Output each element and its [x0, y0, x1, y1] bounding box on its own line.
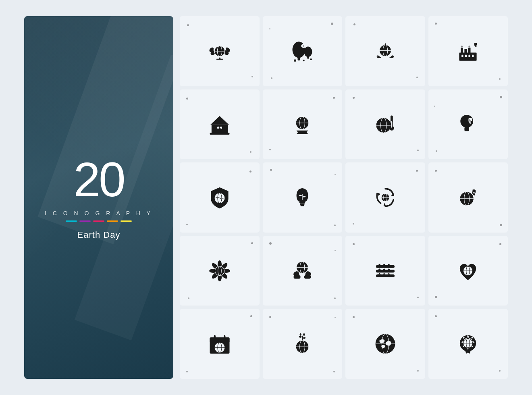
svg-marker-59 — [378, 193, 380, 195]
svg-rect-95 — [214, 335, 215, 339]
svg-point-12 — [304, 46, 312, 57]
svg-point-106 — [300, 333, 301, 336]
color-bar-5 — [121, 220, 132, 222]
svg-rect-87 — [376, 270, 395, 272]
earth-wreath-icon[interactable] — [180, 16, 260, 86]
svg-marker-58 — [383, 203, 386, 206]
heart-earth-icon[interactable] — [428, 236, 508, 306]
tree-nature-icon[interactable] — [263, 16, 343, 86]
svg-rect-29 — [469, 54, 470, 57]
svg-rect-25 — [465, 49, 467, 54]
hands-earth-icon[interactable] — [263, 236, 343, 306]
svg-point-32 — [469, 46, 470, 47]
hand-fire-icon[interactable] — [345, 16, 425, 86]
color-bar-1 — [66, 220, 77, 222]
svg-point-48 — [461, 115, 474, 128]
color-bar-2 — [79, 220, 91, 222]
eco-house-icon[interactable] — [180, 89, 260, 160]
icon-grid — [180, 16, 508, 379]
svg-point-31 — [461, 46, 463, 47]
svg-rect-11 — [298, 56, 300, 60]
svg-rect-13 — [307, 56, 309, 58]
plant-globe-icon[interactable] — [263, 309, 343, 379]
left-panel: 20 I C O N O G R A P H Y Earth Day — [24, 16, 173, 379]
mind-leaf-icon[interactable] — [428, 89, 508, 160]
svg-rect-27 — [461, 54, 463, 57]
svg-point-112 — [384, 350, 387, 353]
svg-rect-26 — [468, 48, 471, 53]
category-label: I C O N O G R A P H Y — [45, 210, 153, 216]
svg-point-107 — [303, 333, 305, 336]
svg-rect-88 — [376, 274, 395, 277]
set-title: Earth Day — [45, 230, 153, 240]
earth-temperature-icon[interactable] — [345, 89, 425, 160]
svg-rect-96 — [224, 335, 225, 339]
svg-rect-94 — [210, 337, 229, 343]
bulb-plant-icon[interactable] — [263, 162, 343, 233]
svg-rect-86 — [376, 265, 395, 268]
svg-rect-30 — [472, 54, 474, 57]
svg-rect-9 — [216, 59, 223, 60]
globe-leaf-icon[interactable] — [428, 162, 508, 233]
svg-rect-54 — [299, 202, 305, 203]
svg-rect-28 — [465, 54, 467, 57]
recycle-earth-icon[interactable] — [345, 162, 425, 233]
world-ribbon-icon[interactable] — [263, 89, 343, 160]
calendar-earth-icon[interactable] — [180, 309, 260, 379]
shield-earth-icon[interactable] — [180, 162, 260, 233]
svg-marker-34 — [210, 116, 229, 125]
svg-rect-55 — [300, 203, 305, 205]
svg-rect-47 — [391, 121, 392, 128]
icon-count: 20 — [45, 155, 153, 204]
color-bar-4 — [107, 220, 118, 222]
color-bars — [45, 220, 153, 222]
svg-rect-85 — [304, 275, 311, 279]
svg-rect-24 — [461, 48, 463, 53]
earth-map-icon[interactable] — [345, 309, 425, 379]
earth-badge-icon[interactable] — [428, 309, 508, 379]
color-bar-3 — [93, 220, 104, 222]
svg-rect-84 — [294, 275, 301, 279]
svg-point-16 — [310, 58, 312, 60]
svg-rect-35 — [210, 133, 229, 135]
sunflower-icon[interactable] — [180, 236, 260, 306]
svg-point-14 — [294, 59, 296, 62]
main-container: 20 I C O N O G R A P H Y Earth Day — [24, 16, 508, 379]
svg-rect-49 — [465, 127, 470, 131]
eco-factory-icon[interactable] — [428, 16, 508, 86]
svg-rect-56 — [301, 205, 304, 206]
left-content: 20 I C O N O G R A P H Y Earth Day — [45, 155, 153, 240]
svg-point-15 — [303, 60, 305, 61]
crop-field-icon[interactable] — [345, 236, 425, 306]
svg-point-111 — [380, 349, 383, 351]
